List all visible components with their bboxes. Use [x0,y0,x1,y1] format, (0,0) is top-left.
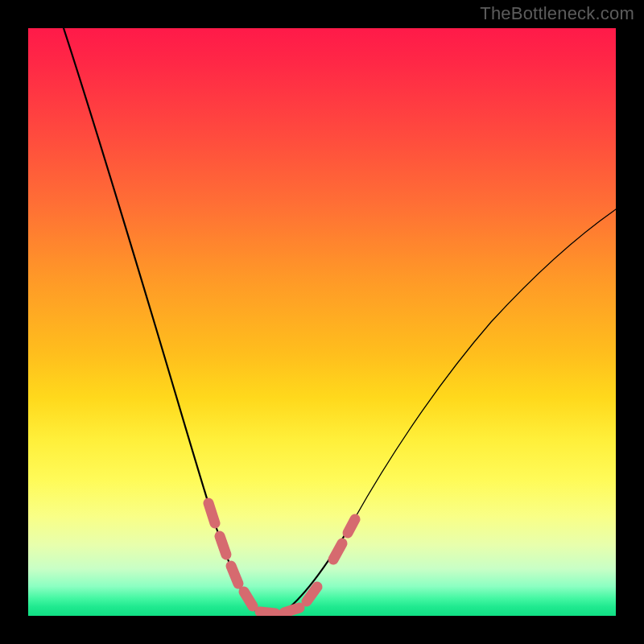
watermark-text: TheBottleneck.com [480,3,634,24]
outer-frame: TheBottleneck.com [0,0,644,644]
dash-segment [208,503,215,523]
dash-segment [231,566,238,584]
dash-segment [348,519,355,533]
dash-segment [260,612,275,613]
dash-segment [284,608,299,613]
dash-segment [220,536,226,555]
dash-segment [244,592,253,606]
dash-segment [333,543,342,559]
bottleneck-curve-right [354,209,616,519]
bottleneck-curve-left [64,28,282,615]
curve-layer [28,28,616,616]
plot-area [28,28,616,616]
